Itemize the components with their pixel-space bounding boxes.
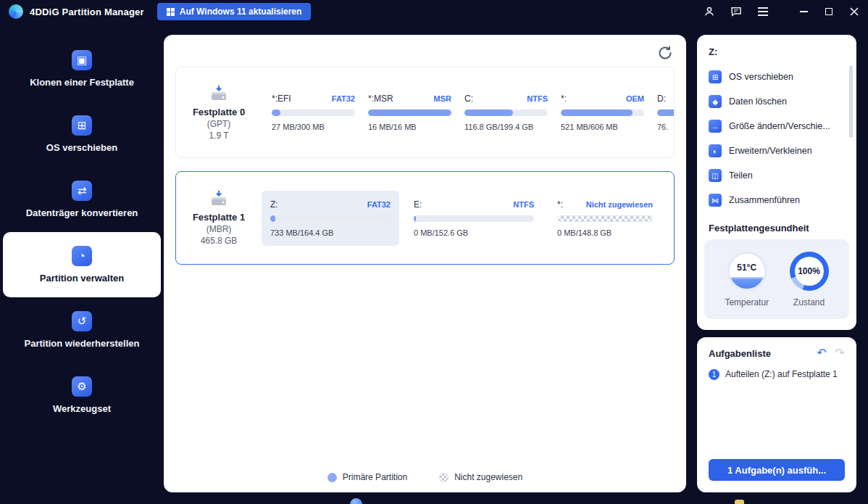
taskbar-app-icon[interactable] [735, 500, 744, 504]
primary-partition-dot-icon [327, 473, 337, 482]
toolkit-icon: ⚙ [72, 376, 92, 397]
sidebar-item-label: Werkzeugset [46, 403, 118, 415]
partition-efi[interactable]: *:EFIFAT32 27 MB/300 MB [272, 94, 355, 131]
action-teilen[interactable]: ◫ Teilen [697, 163, 856, 188]
partition-label: C: [464, 94, 473, 104]
partition-fs: Nicht zugewiesen [586, 200, 653, 209]
sidebar-item-os-verschieben[interactable]: ⊞ OS verschieben [3, 102, 161, 167]
disk-health-card: 51°C Temperatur 100% Zustand [704, 239, 849, 319]
refresh-button[interactable] [656, 44, 675, 62]
health-label: Zustand [793, 297, 825, 307]
partition-usage-bar [561, 110, 644, 116]
disk-card-0[interactable]: Festplatte 0 (GPT) 1.9 T *:EFIFAT32 27 M… [175, 67, 675, 158]
action-label: Erweitern/Verkleinen [729, 146, 812, 156]
undo-icon[interactable]: ↶ [817, 347, 826, 359]
disk-size: 1.9 T [209, 131, 228, 141]
update-windows-label: Auf Windows 11 aktualisieren [180, 7, 302, 17]
partition-label: *:MSR [368, 94, 393, 104]
health-value: 100% [795, 257, 824, 286]
split-partition-icon: ◫ [709, 169, 722, 182]
task-text: Aufteilen (Z:) auf Festplatte 1 [725, 368, 838, 381]
action-groesse-aendern[interactable]: ↔ Größe ändern/Verschie... [697, 114, 856, 139]
sidebar-item-wiederherstellen[interactable]: ↺ Partition wiederherstellen [3, 297, 161, 363]
close-button[interactable] [849, 7, 859, 17]
app-logo-icon [9, 4, 23, 19]
partition-d[interactable]: D: 76. [657, 94, 674, 131]
action-label: Größe ändern/Verschie... [729, 121, 830, 131]
partition-usage-text: 521 MB/606 MB [561, 123, 644, 131]
partition-c[interactable]: C:NTFS 116.8 GB/199.4 GB [464, 94, 548, 131]
partition-fs: NTFS [513, 200, 534, 209]
task-list-header: Aufgabenliste ↶ ↷ [697, 337, 856, 368]
sidebar-item-label: Partition wiederherstellen [17, 338, 147, 350]
disk-icon [209, 85, 229, 104]
partition-usage-text: 27 MB/300 MB [272, 123, 355, 131]
action-erweitern-verkleinen[interactable]: ◐ Erweitern/Verkleinen [697, 139, 856, 163]
partition-manage-icon: ◔ [72, 246, 92, 266]
minimize-button[interactable] [798, 7, 809, 17]
partition-oem[interactable]: *:OEM 521 MB/606 MB [561, 94, 644, 131]
menu-icon[interactable] [756, 4, 770, 19]
titlebar: 4DDiG Partition Manager Auf Windows 11 a… [0, 0, 868, 23]
temperature-gauge-icon: 51°C [727, 252, 767, 291]
disk-icon [209, 190, 229, 209]
window-controls [798, 7, 859, 17]
partition-usage-bar [368, 110, 451, 116]
legend-label: Primäre Partition [343, 472, 407, 482]
titlebar-right [702, 4, 859, 19]
sidebar-item-klonen[interactable]: ▣ Klonen einer Festplatte [3, 36, 161, 102]
task-item[interactable]: 1 Aufteilen (Z:) auf Festplatte 1 [697, 368, 856, 381]
actions-scrollbar[interactable] [849, 65, 853, 138]
partition-unallocated[interactable]: *:Nicht zugewiesen 0 MB/148.8 GB [548, 191, 662, 246]
partition-usage-text: 16 MB/16 MB [368, 123, 451, 131]
disk-name: Festplatte 0 [193, 107, 245, 117]
partition-z[interactable]: Z:FAT32 733 MB/164.4 GB [262, 191, 399, 246]
task-number-badge: 1 [709, 369, 719, 380]
partition-usage-text: 116.8 GB/199.4 GB [464, 123, 548, 131]
partition-label: D: [657, 94, 666, 104]
maximize-button[interactable] [824, 7, 834, 17]
sidebar: ▣ Klonen einer Festplatte ⊞ OS verschieb… [0, 23, 164, 504]
partition-e[interactable]: E:NTFS 0 MB/152.6 GB [405, 191, 543, 246]
action-os-verschieben[interactable]: ⊞ OS verschieben [697, 65, 856, 89]
disk-type: (MBR) [206, 224, 232, 234]
health-gauge: 100% Zustand [790, 252, 829, 307]
taskbar-app-icon[interactable] [350, 498, 362, 504]
extend-shrink-icon: ◐ [709, 144, 722, 157]
execute-tasks-button[interactable]: 1 Aufgabe(n) ausfüh... [709, 459, 845, 481]
feedback-icon[interactable] [729, 4, 743, 19]
legend-label: Nicht zugewiesen [454, 472, 522, 482]
disk-size: 465.8 GB [201, 236, 238, 246]
partition-fs: MSR [434, 94, 451, 103]
disk-info-1: Festplatte 1 (MBR) 465.8 GB [176, 190, 262, 246]
redo-icon[interactable]: ↷ [835, 347, 845, 359]
partition-msr[interactable]: *:MSRMSR 16 MB/16 MB [368, 94, 451, 131]
sidebar-item-label: Datenträger konvertieren [19, 207, 146, 219]
action-zusammenfuehren[interactable]: ⋈ Zusammenführen [697, 188, 856, 212]
task-list-title: Aufgabenliste [709, 348, 771, 359]
partition-list: *:EFIFAT32 27 MB/300 MB *:MSRMSR 16 MB/1… [262, 94, 674, 131]
partition-fs: OEM [626, 94, 644, 103]
windows-logo-icon [167, 8, 175, 16]
partition-fs: NTFS [527, 94, 548, 103]
disk-overview-panel: Festplatte 0 (GPT) 1.9 T *:EFIFAT32 27 M… [164, 35, 686, 492]
partition-label: *:EFI [272, 94, 291, 104]
partition-usage-bar [270, 215, 391, 222]
sidebar-item-konvertieren[interactable]: ⇄ Datenträger konvertieren [3, 167, 161, 232]
partition-usage-bar [414, 215, 534, 222]
partition-actions-panel: Z: ⊞ OS verschieben ◆ Daten löschen ↔ Gr… [697, 35, 856, 330]
update-windows-button[interactable]: Auf Windows 11 aktualisieren [157, 3, 312, 20]
partition-fs: FAT32 [367, 200, 391, 209]
account-icon[interactable] [702, 4, 717, 19]
sidebar-item-partition-verwalten[interactable]: ◔ Partition verwalten [3, 232, 161, 297]
sidebar-item-werkzeugset[interactable]: ⚙ Werkzeugset [3, 363, 161, 428]
erase-data-icon: ◆ [709, 95, 722, 108]
temperature-label: Temperatur [725, 297, 769, 307]
partition-usage-text: 76. [657, 123, 674, 131]
disk-card-1[interactable]: Festplatte 1 (MBR) 465.8 GB Z:FAT32 733 … [175, 171, 675, 265]
partition-list: Z:FAT32 733 MB/164.4 GB E:NTFS 0 MB/152.… [262, 191, 674, 246]
action-daten-loeschen[interactable]: ◆ Daten löschen [697, 89, 856, 114]
disk-type: (GPT) [207, 119, 231, 129]
action-label: Teilen [729, 170, 753, 181]
partition-usage-bar [657, 110, 674, 116]
